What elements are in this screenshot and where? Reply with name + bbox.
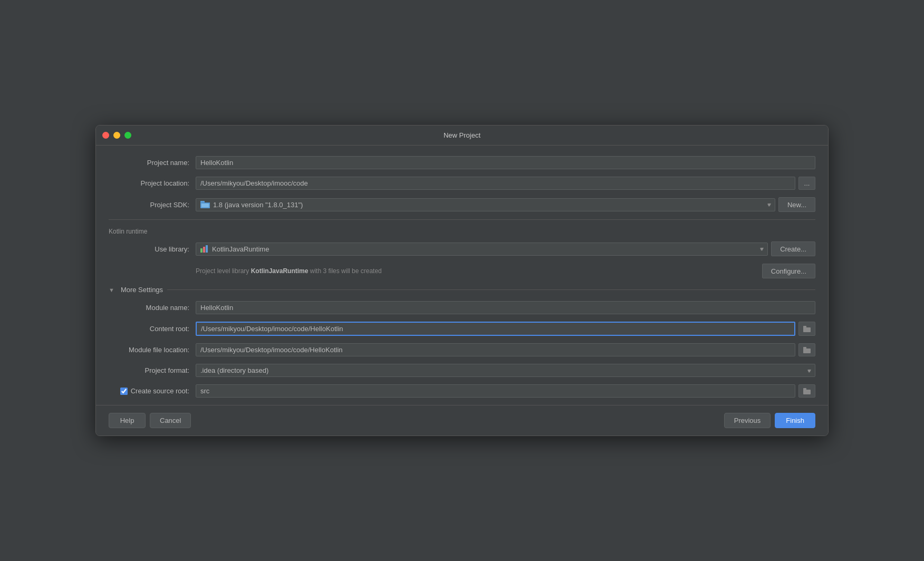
create-source-root-checkbox[interactable] (120, 388, 128, 395)
library-dropdown[interactable]: KotlinJavaRuntime ▾ (196, 243, 768, 256)
svg-rect-3 (200, 202, 210, 203)
create-source-root-label: Create source root: (109, 387, 196, 395)
svg-rect-2 (201, 204, 209, 207)
source-root-input[interactable] (196, 384, 795, 398)
use-library-field: KotlinJavaRuntime ▾ Create... (196, 241, 815, 256)
kotlin-runtime-divider (109, 219, 815, 220)
content-root-input[interactable] (196, 322, 795, 336)
create-source-root-row: Create source root: (109, 384, 815, 398)
previous-button[interactable]: Previous (724, 413, 771, 428)
module-name-label: Module name: (109, 304, 196, 312)
library-value: KotlinJavaRuntime (212, 245, 269, 253)
content-root-label: Content root: (109, 325, 196, 333)
sdk-select-wrapper: 1.8 (java version "1.8.0_131") ▾ (196, 198, 775, 211)
window-controls (102, 132, 131, 139)
module-name-row: Module name: (109, 301, 815, 314)
folder-icon (803, 326, 811, 332)
info-text-bold: KotlinJavaRuntime (251, 267, 309, 275)
info-row: Project level library KotlinJavaRuntime … (109, 264, 815, 278)
project-format-label: Project format: (109, 366, 196, 374)
finish-button[interactable]: Finish (775, 413, 815, 428)
sdk-dropdown[interactable]: 1.8 (java version "1.8.0_131") ▾ (196, 198, 775, 211)
project-format-dropdown[interactable]: .idea (directory based) ▾ (196, 364, 815, 377)
sdk-dropdown-arrow: ▾ (767, 201, 771, 208)
project-name-input[interactable] (196, 156, 815, 169)
folder-icon-2 (803, 347, 811, 353)
more-settings-chevron[interactable]: ▼ (109, 287, 114, 293)
content-root-field (196, 322, 815, 336)
info-text-prefix: Project level library (196, 267, 251, 275)
maximize-button[interactable] (124, 132, 131, 139)
svg-rect-11 (803, 390, 811, 394)
module-file-input[interactable] (196, 343, 795, 356)
project-sdk-field: 1.8 (java version "1.8.0_131") ▾ New... (196, 197, 815, 212)
sdk-new-button[interactable]: New... (778, 197, 815, 212)
svg-rect-4 (200, 248, 203, 253)
dialog-footer: Help Cancel Previous Finish (96, 405, 828, 436)
project-location-input[interactable] (196, 177, 795, 190)
footer-right-buttons: Previous Finish (724, 413, 815, 428)
sdk-value: 1.8 (java version "1.8.0_131") (213, 201, 303, 209)
content-root-browse-button[interactable] (798, 322, 815, 336)
svg-rect-9 (803, 349, 811, 353)
sdk-folder-icon (200, 201, 210, 208)
svg-rect-6 (206, 245, 208, 253)
use-library-row: Use library: KotlinJavaRuntime ▾ Crea (109, 241, 815, 256)
folder-icon-3 (803, 388, 811, 394)
close-button[interactable] (102, 132, 109, 139)
create-button[interactable]: Create... (771, 241, 815, 256)
create-source-root-text: Create source root: (131, 387, 189, 395)
project-name-label: Project name: (109, 159, 196, 167)
module-file-label: Module file location: (109, 346, 196, 354)
svg-rect-10 (803, 347, 806, 349)
svg-rect-5 (203, 247, 205, 253)
more-settings-divider (167, 289, 815, 290)
more-settings-label: More Settings (121, 286, 163, 294)
kotlin-runtime-section: Kotlin runtime (109, 227, 815, 235)
info-text: Project level library KotlinJavaRuntime … (196, 267, 382, 275)
project-format-wrapper: .idea (directory based) ▾ (196, 364, 815, 377)
project-name-row: Project name: (109, 156, 815, 169)
info-text-suffix: with 3 files will be created (308, 267, 381, 275)
title-bar: New Project (96, 125, 828, 146)
module-file-field (196, 343, 815, 356)
project-sdk-label: Project SDK: (109, 201, 196, 209)
project-sdk-row: Project SDK: 1.8 (java version "1.8.0_13… (109, 197, 815, 212)
cancel-button[interactable]: Cancel (150, 413, 191, 428)
module-file-row: Module file location: (109, 343, 815, 356)
more-settings-row: ▼ More Settings (109, 286, 815, 294)
project-location-row: Project location: ... (109, 177, 815, 190)
use-library-label: Use library: (109, 245, 196, 253)
svg-rect-7 (803, 327, 811, 332)
project-location-browse-button[interactable]: ... (798, 177, 815, 190)
svg-rect-12 (803, 388, 806, 390)
library-select-wrapper: KotlinJavaRuntime ▾ (196, 243, 768, 256)
project-location-field: ... (196, 177, 815, 190)
project-location-label: Project location: (109, 179, 196, 187)
configure-button[interactable]: Configure... (762, 264, 815, 278)
source-root-browse-button[interactable] (798, 384, 815, 398)
library-chart-icon (200, 245, 209, 253)
project-format-row: Project format: .idea (directory based) … (109, 364, 815, 377)
library-dropdown-arrow: ▾ (760, 246, 763, 253)
form-content: Project name: Project location: ... Proj… (96, 146, 828, 405)
minimize-button[interactable] (113, 132, 120, 139)
project-format-value: .idea (directory based) (200, 366, 268, 374)
dialog-title: New Project (444, 131, 480, 139)
module-name-input[interactable] (196, 301, 815, 314)
footer-left-buttons: Help Cancel (109, 413, 191, 428)
module-file-browse-button[interactable] (798, 343, 815, 356)
help-button[interactable]: Help (109, 413, 146, 428)
content-root-row: Content root: (109, 322, 815, 336)
kotlin-runtime-label: Kotlin runtime (109, 228, 147, 235)
source-root-field (196, 384, 815, 398)
new-project-dialog: New Project Project name: Project locati… (95, 125, 829, 436)
svg-rect-8 (803, 326, 806, 328)
project-format-arrow: ▾ (807, 367, 811, 374)
